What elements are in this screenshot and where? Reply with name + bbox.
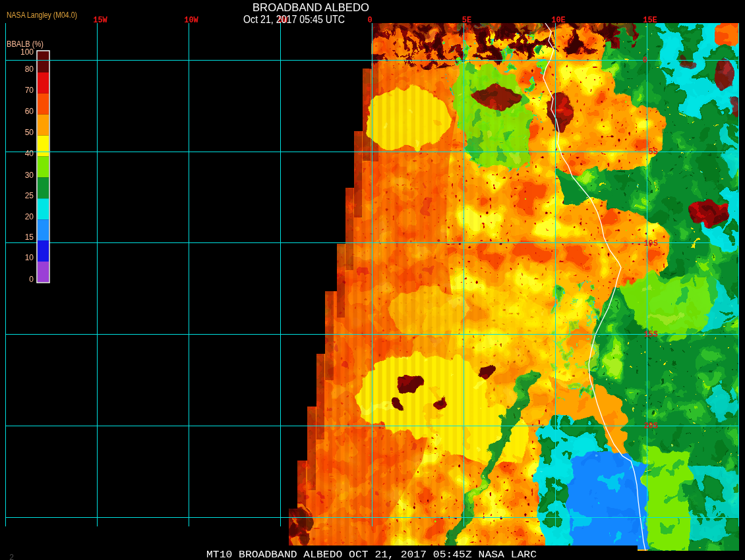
svg-text:Oct 21, 2017 05:45 UTC: Oct 21, 2017 05:45 UTC	[243, 14, 345, 25]
svg-text:60: 60	[25, 107, 34, 116]
svg-text:10W: 10W	[184, 16, 198, 25]
svg-text:15E: 15E	[643, 16, 657, 25]
svg-text:30: 30	[25, 171, 34, 180]
svg-text:5E: 5E	[462, 16, 471, 25]
svg-text:BROADBAND ALBEDO: BROADBAND ALBEDO	[253, 1, 369, 14]
svg-text:0: 0	[367, 16, 372, 25]
svg-text:25: 25	[25, 191, 34, 200]
svg-text:0: 0	[29, 275, 34, 284]
svg-text:NASA Langley (M04.0): NASA Langley (M04.0)	[7, 11, 77, 20]
svg-text:20S: 20S	[643, 422, 658, 431]
svg-text:10: 10	[25, 253, 34, 262]
svg-text:15S: 15S	[643, 330, 658, 339]
svg-text:15: 15	[25, 233, 34, 242]
svg-text:2: 2	[9, 553, 14, 560]
svg-text:40: 40	[25, 149, 34, 158]
svg-text:50: 50	[25, 128, 34, 137]
svg-text:10S: 10S	[643, 239, 658, 248]
svg-text:20: 20	[25, 212, 34, 221]
svg-text:MT10 BROADBAND ALBEDO OCT 2: MT10 BROADBAND ALBEDO OCT 21, 2017 05:45…	[206, 549, 537, 560]
svg-text:5S: 5S	[649, 148, 658, 157]
svg-text:10E: 10E	[551, 16, 566, 25]
svg-text:0: 0	[643, 56, 647, 65]
svg-text:100: 100	[20, 47, 34, 57]
svg-text:80: 80	[25, 65, 34, 74]
svg-text:70: 70	[25, 86, 34, 95]
svg-text:15W: 15W	[93, 16, 107, 25]
